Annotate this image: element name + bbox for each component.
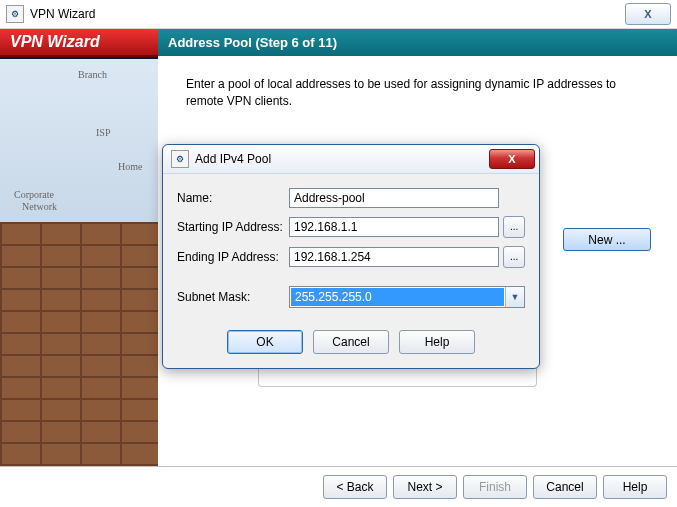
end-ip-browse-button[interactable]: ... [503,246,525,268]
finish-button: Finish [463,475,527,499]
field-row-start-ip: Starting IP Address: ... [177,216,525,238]
app-icon: ⚙ [6,5,24,23]
illustration-label-isp: ISP [96,127,110,138]
new-pool-button[interactable]: New ... [563,228,651,251]
window-titlebar: ⚙ VPN Wizard X [0,0,677,28]
field-row-end-ip: Ending IP Address: ... [177,246,525,268]
window-title: VPN Wizard [30,7,621,21]
illustration-label-corp1: Corporate [14,189,54,200]
start-ip-input[interactable] [289,217,499,237]
sidebar-illustration: Branch ISP Home Corporate Network [0,59,158,466]
dialog-help-button[interactable]: Help [399,330,475,354]
spacer [177,276,525,286]
illustration-label-corp2: Network [22,201,57,212]
subnet-mask-value: 255.255.255.0 [291,288,504,306]
chevron-down-icon: ▼ [505,287,524,307]
subnet-mask-label: Subnet Mask: [177,290,289,304]
ok-button[interactable]: OK [227,330,303,354]
step-header: Address Pool (Step 6 of 11) [158,29,677,56]
back-button[interactable]: < Back [323,475,387,499]
start-ip-label: Starting IP Address: [177,220,289,234]
field-row-subnet-mask: Subnet Mask: 255.255.255.0 ▼ [177,286,525,308]
dialog-title: Add IPv4 Pool [195,152,489,166]
help-button[interactable]: Help [603,475,667,499]
name-input[interactable] [289,188,499,208]
field-row-name: Name: [177,188,525,208]
dialog-icon: ⚙ [171,150,189,168]
step-instruction: Enter a pool of local addresses to be us… [186,76,649,110]
add-ipv4-pool-dialog: ⚙ Add IPv4 Pool X Name: Starting IP Addr… [162,144,540,369]
dialog-titlebar: ⚙ Add IPv4 Pool X [163,145,539,174]
next-button[interactable]: Next > [393,475,457,499]
window-close-button[interactable]: X [625,3,671,25]
end-ip-input[interactable] [289,247,499,267]
end-ip-label: Ending IP Address: [177,250,289,264]
illustration-label-home: Home [118,161,142,172]
start-ip-browse-button[interactable]: ... [503,216,525,238]
vpn-wizard-window: ⚙ VPN Wizard X VPN Wizard Branch ISP Hom… [0,0,677,507]
dialog-cancel-button[interactable]: Cancel [313,330,389,354]
wizard-button-bar: < Back Next > Finish Cancel Help [0,466,677,507]
name-label: Name: [177,191,289,205]
illustration-label-branch: Branch [78,69,107,80]
dialog-body: Name: Starting IP Address: ... Ending IP… [163,174,539,320]
dialog-close-button[interactable]: X [489,149,535,169]
cancel-button[interactable]: Cancel [533,475,597,499]
subnet-mask-combo[interactable]: 255.255.255.0 ▼ [289,286,525,308]
close-icon: X [508,153,515,165]
illustration-wall [0,222,158,466]
wizard-sidebar: VPN Wizard Branch ISP Home Corporate Net… [0,29,158,466]
close-icon: X [644,8,651,20]
dialog-button-row: OK Cancel Help [163,320,539,368]
sidebar-title: VPN Wizard [0,29,158,57]
